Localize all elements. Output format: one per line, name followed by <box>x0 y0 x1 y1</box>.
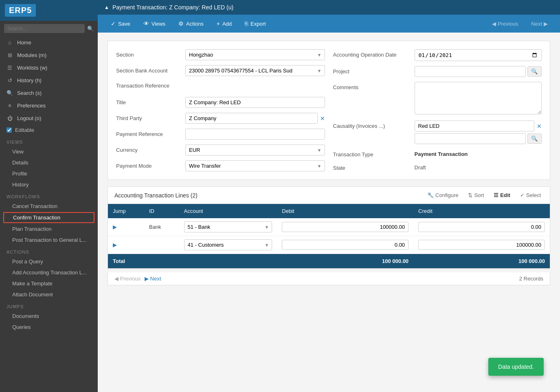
project-input[interactable] <box>415 66 526 77</box>
payment-mode-row: Payment Mode Wire Transfer ▼ <box>116 160 325 171</box>
editable-checkbox[interactable] <box>7 127 12 133</box>
sidebar-item-worklists[interactable]: ☰ Worklists (w) <box>0 61 98 74</box>
sidebar-item-logout[interactable]: ⏻ Logout (o) <box>0 112 98 125</box>
accounting-op-date-label: Accounting Operation Date <box>333 49 411 58</box>
payment-reference-input[interactable] <box>185 129 325 140</box>
sidebar-jump-queries[interactable]: Queries <box>0 322 98 333</box>
sidebar-workflow-plan[interactable]: Plan Transaction <box>0 223 98 234</box>
add-button[interactable]: + Add <box>210 17 238 30</box>
next-button[interactable]: Next ▶ <box>525 18 553 30</box>
sort-icon: ⇅ <box>468 192 472 198</box>
state-row: State Draft <box>333 162 542 171</box>
sidebar-jump-documents[interactable]: Documents <box>0 311 98 322</box>
title-control <box>185 97 325 108</box>
row1-credit-input[interactable] <box>418 222 545 232</box>
sidebar-workflow-post[interactable]: Post Transaction to General L... <box>0 234 98 245</box>
table-previous-button[interactable]: ◀ Previous <box>114 276 141 282</box>
row1-jump[interactable]: ▶ <box>108 218 144 236</box>
sidebar-action-attach-document[interactable]: Attach Document <box>0 289 98 300</box>
sidebar-view-profile[interactable]: Profile <box>0 168 98 179</box>
row1-debit-input[interactable] <box>282 222 408 232</box>
causality-search-group: 🔍 <box>415 133 542 144</box>
causality-search-button[interactable]: 🔍 <box>527 134 542 144</box>
sidebar-item-modules-label: Modules (m) <box>17 52 46 58</box>
search-input[interactable] <box>4 24 85 33</box>
editable-label: Editable <box>15 127 34 133</box>
records-count: 2 Records <box>519 276 543 282</box>
sidebar-view-details[interactable]: Details <box>0 157 98 168</box>
comments-textarea[interactable] <box>415 82 542 114</box>
row2-account-select[interactable]: 41 - Customers <box>184 239 272 250</box>
select-icon: ✓ <box>520 192 525 198</box>
views-icon: 👁 <box>143 20 149 27</box>
jumps-section-label: JUMPS <box>0 300 98 311</box>
title-input[interactable] <box>185 97 325 108</box>
third-party-clear-icon[interactable]: ✕ <box>320 115 325 122</box>
edit-icon: ☰ <box>494 192 499 198</box>
sidebar-item-home[interactable]: ⌂ Home <box>0 36 98 49</box>
accounting-operation-date-row: Accounting Operation Date <box>333 49 542 61</box>
toolbar: ✓ Save 👁 Views ⚙ Actions + Add ⎘ Export … <box>98 15 560 33</box>
causality-search-input[interactable] <box>415 133 526 144</box>
save-button[interactable]: ✓ Save <box>104 17 137 30</box>
row2-account: 41 - Customers ▼ <box>179 236 277 254</box>
third-party-input[interactable] <box>185 113 318 124</box>
section-control: Hongzhao ▼ <box>185 49 325 60</box>
comments-label: Comments <box>333 82 411 90</box>
search-icon[interactable]: 🔍 <box>87 26 94 32</box>
col-account: Account <box>179 204 277 218</box>
currency-label: Currency <box>116 145 181 153</box>
previous-button[interactable]: ◀ Previous <box>486 18 524 30</box>
actions-icon: ⚙ <box>178 20 184 27</box>
sidebar-action-make-template[interactable]: Make a Template <box>0 278 98 289</box>
sidebar-workflow-confirm[interactable]: Confirm Transaction <box>3 212 94 223</box>
edit-button[interactable]: ☰ Edit <box>491 191 513 199</box>
transaction-type-control: Payment Transaction <box>415 149 542 157</box>
causality-clear-icon[interactable]: ✕ <box>537 123 542 129</box>
project-search-button[interactable]: 🔍 <box>527 66 542 77</box>
sidebar-item-history[interactable]: ↺ History (h) <box>0 74 98 87</box>
causality-input[interactable] <box>415 120 535 131</box>
currency-select[interactable]: EUR <box>185 145 325 155</box>
section-select[interactable]: Hongzhao <box>185 49 325 60</box>
sidebar-item-preferences[interactable]: ≡ Preferences <box>0 99 98 112</box>
row1-account: 51 - Bank ▼ <box>179 218 277 236</box>
actions-button[interactable]: ⚙ Actions <box>172 17 210 30</box>
payment-mode-select[interactable]: Wire Transfer <box>185 160 325 171</box>
erp5-logo[interactable]: ERP5 <box>5 4 36 17</box>
sidebar-workflow-cancel[interactable]: Cancel Transaction <box>0 201 98 212</box>
sidebar-item-modules[interactable]: ⊞ Modules (m) <box>0 49 98 61</box>
row1-debit <box>277 218 413 236</box>
sidebar-view-history[interactable]: History <box>0 179 98 190</box>
sidebar-view-view[interactable]: View <box>0 146 98 157</box>
row1-credit <box>413 218 550 236</box>
configure-button[interactable]: 🔧 Configure <box>425 191 461 199</box>
causality-label: Causality (Invoices ...) <box>333 120 411 129</box>
sort-button[interactable]: ⇅ Sort <box>466 191 486 199</box>
accounting-op-date-control <box>415 49 542 61</box>
row2-debit-input[interactable] <box>282 240 408 250</box>
views-section-label: VIEWS <box>0 136 98 146</box>
project-row: Project 🔍 <box>333 66 542 77</box>
select-button[interactable]: ✓ Select <box>518 191 543 199</box>
section-bank-account-row: Section Bank Account 23000 28975 0754367… <box>116 65 325 76</box>
row2-jump[interactable]: ▶ <box>108 236 144 254</box>
views-button[interactable]: 👁 Views <box>137 17 172 30</box>
sidebar-action-post-query[interactable]: Post a Query <box>0 256 98 267</box>
third-party-row: Third Party ✕ <box>116 113 325 124</box>
title-arrow-icon: ▲ <box>104 4 109 10</box>
export-button[interactable]: ⎘ Export <box>238 17 272 30</box>
editable-toggle[interactable]: Editable <box>0 125 98 136</box>
col-jump: Jump <box>108 204 144 218</box>
sidebar-item-search[interactable]: 🔍 Search (s) <box>0 87 98 99</box>
table-footer-nav: ◀ Previous ▶ Next <box>114 276 161 282</box>
accounting-op-date-input[interactable] <box>415 49 542 61</box>
table-next-button[interactable]: ▶ Next <box>145 276 161 282</box>
title-row: Title <box>116 97 325 108</box>
row2-credit-input[interactable] <box>418 240 545 250</box>
row1-account-select[interactable]: 51 - Bank <box>184 221 272 232</box>
transaction-type-value: Payment Transaction <box>415 149 542 157</box>
accounting-lines-section: Accounting Transaction Lines (2) 🔧 Confi… <box>108 186 550 269</box>
sidebar-action-add-accounting[interactable]: Add Accounting Transaction L... <box>0 267 98 278</box>
section-bank-account-select[interactable]: 23000 28975 07543677554 - LCL Paris Sud <box>185 65 325 76</box>
